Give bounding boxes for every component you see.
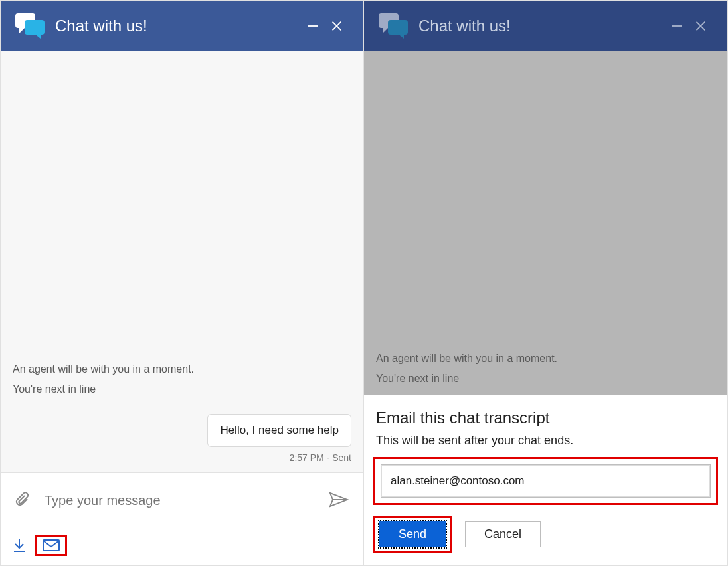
email-input[interactable] bbox=[381, 464, 711, 498]
status-line: An agent will be with you in a moment. bbox=[13, 363, 351, 375]
send-icon[interactable] bbox=[329, 492, 349, 510]
chat-body-dimmed: An agent will be with you in a moment. Y… bbox=[364, 51, 727, 395]
compose-bar bbox=[1, 472, 363, 528]
send-button-highlight: Send bbox=[373, 516, 452, 553]
status-line: You're next in line bbox=[13, 383, 351, 395]
svg-rect-11 bbox=[43, 540, 59, 551]
chat-footer bbox=[1, 528, 363, 565]
svg-rect-2 bbox=[25, 20, 45, 35]
chat-body: An agent will be with you in a moment. Y… bbox=[1, 51, 363, 472]
message-input[interactable] bbox=[43, 492, 317, 509]
close-button[interactable] bbox=[689, 14, 713, 38]
chat-logo-icon bbox=[379, 13, 408, 39]
status-line: An agent will be with you in a moment. bbox=[376, 353, 715, 365]
user-message-bubble: Hello, I need some help bbox=[207, 414, 351, 447]
email-transcript-icon[interactable] bbox=[43, 539, 60, 551]
status-line: You're next in line bbox=[376, 373, 715, 385]
attachment-icon[interactable] bbox=[15, 491, 31, 511]
chat-header: Chat with us! bbox=[1, 1, 363, 51]
download-transcript-icon[interactable] bbox=[13, 538, 26, 553]
modal-button-row: Send Cancel bbox=[373, 516, 718, 553]
chat-window-right: Chat with us! An agent will be with you … bbox=[364, 0, 728, 566]
cancel-button[interactable]: Cancel bbox=[465, 521, 541, 547]
send-button[interactable]: Send bbox=[379, 521, 446, 547]
email-input-highlight bbox=[373, 457, 718, 505]
modal-title: Email this chat transcript bbox=[376, 409, 718, 427]
modal-subtitle: This will be sent after your chat ends. bbox=[376, 434, 718, 448]
svg-rect-14 bbox=[388, 20, 408, 35]
minimize-button[interactable] bbox=[665, 14, 689, 38]
email-transcript-highlight bbox=[35, 535, 67, 556]
chat-header: Chat with us! bbox=[364, 1, 727, 51]
chat-window-left: Chat with us! An agent will be with you … bbox=[0, 0, 364, 566]
minimize-button[interactable] bbox=[301, 14, 325, 38]
chat-logo-icon bbox=[15, 13, 45, 39]
chat-title: Chat with us! bbox=[55, 17, 301, 35]
chat-title: Chat with us! bbox=[418, 17, 665, 35]
message-meta: 2:57 PM - Sent bbox=[290, 452, 351, 463]
close-button[interactable] bbox=[325, 14, 349, 38]
modal-scrim: An agent will be with you in a moment. Y… bbox=[364, 51, 727, 565]
email-transcript-modal: Email this chat transcript This will be … bbox=[364, 395, 727, 565]
